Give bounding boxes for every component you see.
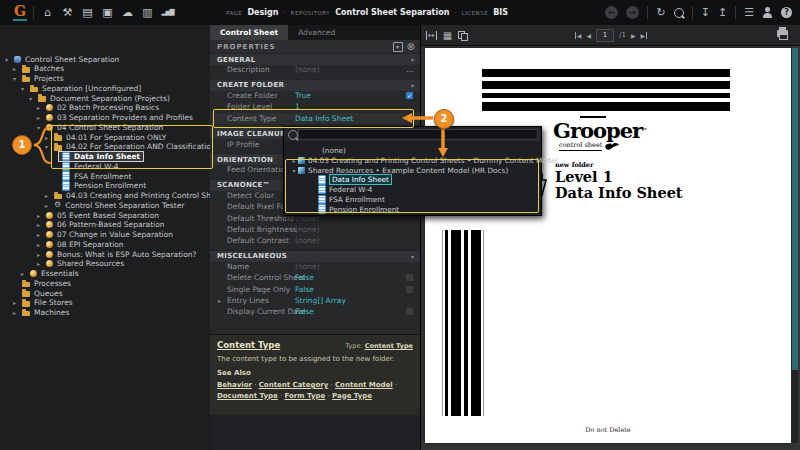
batches-icon[interactable]: ▤	[81, 0, 94, 25]
last-page-button[interactable]: ▶	[641, 32, 648, 39]
home-icon[interactable]: ⌂	[41, 0, 54, 25]
property-row-name[interactable]: Name(none)	[210, 261, 420, 272]
chevron-right-icon[interactable]: ▸	[11, 299, 18, 306]
tree-item[interactable]: ▸Machines	[0, 308, 221, 318]
property-value[interactable]: 1	[295, 101, 300, 112]
ellipsis-button[interactable]: …	[406, 64, 414, 75]
section-header[interactable]: MISCELLANEOUS▾	[210, 250, 420, 262]
dropdown-item[interactable]: Federal W-4	[318, 185, 568, 195]
chevron-down-icon[interactable]: ▾	[411, 253, 414, 260]
property-row-default-contrast[interactable]: Default Contrast(none)	[210, 235, 420, 246]
forward-button[interactable]: →	[626, 6, 639, 19]
property-value[interactable]: (none)	[295, 64, 320, 75]
property-row-folder-level[interactable]: Folder Level1	[210, 101, 420, 112]
property-value[interactable]: (none)	[295, 224, 320, 235]
previous-page-button[interactable]: ◀	[586, 32, 591, 39]
property-value[interactable]: False	[295, 284, 314, 295]
chevron-right-icon[interactable]: ▸	[35, 251, 42, 258]
property-row-display-current-date[interactable]: Display Current DateFalse	[210, 306, 420, 317]
thumbnails-icon[interactable]: ▦	[443, 30, 452, 41]
design-tools-icon[interactable]: ⚒	[61, 0, 74, 25]
dropdown-item[interactable]: ▾Shared Resources • Example Content Mode…	[290, 165, 540, 175]
chevron-right-icon[interactable]: ▸	[35, 221, 42, 228]
property-row-entry-lines[interactable]: ▸Entry LinesString[] Array	[210, 295, 420, 306]
property-value[interactable]: (none)	[295, 235, 320, 246]
chevron-down-icon[interactable]: ▾	[11, 75, 18, 82]
chevron-down-icon[interactable]: ▾	[35, 124, 42, 131]
repository-value[interactable]: Control Sheet Separation	[335, 8, 449, 17]
chevron-right-icon[interactable]: ▸	[35, 114, 42, 121]
tasks-icon[interactable]: ▥	[141, 0, 154, 25]
dropdown-menu-icon[interactable]: ≡	[407, 113, 414, 124]
stats-icon[interactable]: ▂▅▇	[161, 0, 174, 25]
scrollbar-thumb[interactable]	[792, 48, 798, 370]
chevron-right-icon[interactable]: ▸	[35, 241, 42, 248]
help-link-document-type[interactable]: Document Type	[217, 392, 278, 400]
print-icon[interactable]	[777, 30, 788, 37]
dropdown-item[interactable]: (none)	[322, 146, 572, 156]
first-page-button[interactable]: ◀	[575, 32, 582, 39]
chevron-down-icon[interactable]: ▾	[3, 56, 10, 63]
section-header[interactable]: GENERAL▾	[210, 53, 420, 65]
chevron-down-icon[interactable]: ▾	[411, 82, 414, 89]
property-row-content-type[interactable]: Content TypeData Info Sheet≡	[210, 113, 420, 124]
property-row-default-brightness[interactable]: Default Brightness(none)	[210, 224, 420, 235]
dropdown-item[interactable]: FSA Enrollment	[318, 195, 568, 205]
next-page-button[interactable]: ▶	[631, 32, 636, 39]
chevron-down-icon[interactable]: ▾	[27, 95, 34, 102]
back-button[interactable]: ←	[605, 6, 618, 19]
section-header[interactable]: CREATE FOLDER▾	[210, 79, 420, 91]
chevron-down-icon[interactable]: ▾	[290, 167, 298, 174]
help-link-content-category[interactable]: Content Category	[259, 381, 329, 389]
chevron-right-icon[interactable]: ▸	[35, 212, 42, 219]
property-row-delete-control-sheet[interactable]: Delete Control SheetFalse	[210, 272, 420, 283]
user-icon[interactable]	[762, 7, 773, 18]
property-row-create-folder[interactable]: Create FolderTrue✓	[210, 90, 420, 101]
help-link-behavior[interactable]: Behavior	[217, 381, 252, 389]
help-icon[interactable]: ?	[781, 7, 792, 18]
property-value[interactable]: False	[295, 272, 314, 283]
dropdown-item[interactable]: ▸04.03 Creating and Printing Control She…	[290, 156, 540, 166]
chevron-down-icon[interactable]: ▾	[43, 143, 50, 150]
checkbox-unchecked[interactable]	[406, 286, 413, 293]
chevron-right-icon[interactable]: ▸	[43, 202, 50, 209]
help-link-content-model[interactable]: Content Model	[335, 381, 393, 389]
help-type-link[interactable]: Content Type	[365, 342, 413, 350]
chevron-right-icon[interactable]: ▸	[35, 104, 42, 111]
chevron-right-icon[interactable]: ▸	[35, 260, 42, 267]
property-value[interactable]: (none)	[295, 261, 320, 272]
cloud-icon[interactable]: ☁	[121, 0, 134, 25]
database-icon[interactable]: ☰	[744, 0, 754, 25]
property-value[interactable]: Data Info Sheet	[295, 113, 354, 124]
chevron-down-icon[interactable]: ▾	[19, 85, 26, 92]
chevron-right-icon[interactable]: ▸	[218, 295, 221, 306]
download-icon[interactable]: ↧	[701, 0, 710, 25]
refresh-icon[interactable]: ↻	[656, 0, 665, 25]
chevron-right-icon[interactable]: ▸	[11, 65, 18, 72]
dropdown-search-input[interactable]	[298, 129, 538, 140]
property-row-description[interactable]: Description(none)…	[210, 64, 420, 75]
property-row-single-page-only[interactable]: Single Page OnlyFalse	[210, 284, 420, 295]
chevron-right-icon[interactable]: ▸	[11, 309, 18, 316]
chevron-right-icon[interactable]: ▸	[43, 134, 50, 141]
page-value[interactable]: Design	[247, 8, 278, 17]
dropdown-item[interactable]: Pension Enrollment	[318, 204, 568, 214]
chevron-right-icon[interactable]: ▸	[43, 192, 50, 199]
imports-icon[interactable]: ▣	[101, 0, 114, 25]
help-link-page-type[interactable]: Page Type	[332, 392, 372, 400]
chevron-right-icon[interactable]: ▸	[19, 270, 26, 277]
viewer-scrollbar[interactable]	[792, 48, 798, 443]
checkbox-checked[interactable]: ✓	[406, 92, 413, 99]
checkbox-unchecked[interactable]	[406, 274, 413, 281]
chevron-right-icon[interactable]: ▸	[290, 157, 298, 164]
property-value[interactable]: True	[295, 90, 311, 101]
document-page[interactable]: Grooper™ control sheet new folder Level …	[425, 48, 791, 443]
property-value[interactable]: False	[295, 306, 314, 317]
pages-icon[interactable]	[458, 31, 466, 40]
checkbox-unchecked[interactable]	[406, 308, 413, 315]
page-number-input[interactable]: 1	[596, 29, 614, 42]
dropdown-item[interactable]: Data Info Sheet	[318, 175, 568, 185]
grooper-logo[interactable]: G	[13, 3, 27, 21]
chevron-down-icon[interactable]: ▾	[411, 56, 414, 63]
search-icon[interactable]	[674, 8, 684, 18]
